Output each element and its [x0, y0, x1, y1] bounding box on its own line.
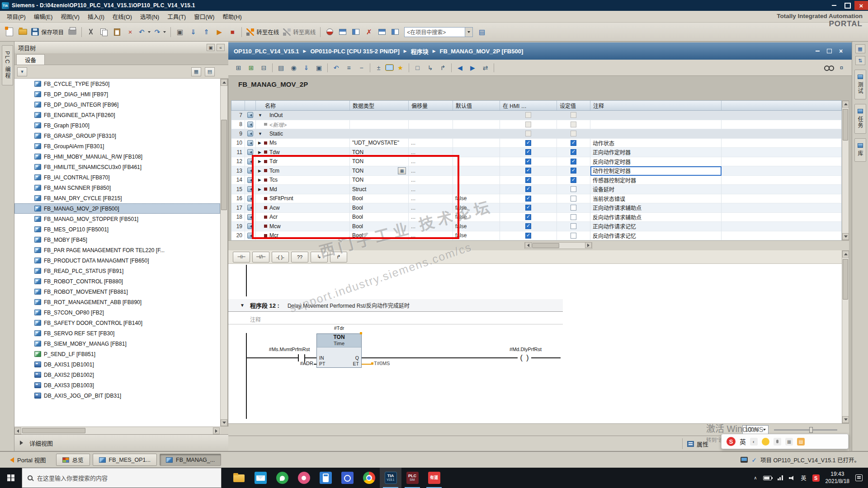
et-value[interactable]: T#0MS — [374, 361, 401, 366]
tree-item[interactable]: FB_MANAG_MOV_STOPPER [FB501] — [14, 214, 220, 224]
default-value-cell[interactable] — [453, 129, 500, 139]
scroll-down-icon[interactable] — [221, 419, 227, 426]
datatype-picker-button[interactable] — [398, 167, 406, 174]
toolbox-icon[interactable]: ▤ — [797, 438, 805, 446]
tree-item[interactable]: FB_MANAG_MOV_2P [FB500] — [14, 203, 220, 214]
show-editor-v-button[interactable] — [350, 26, 362, 38]
insert-empty-box-button[interactable]: ?? — [291, 252, 308, 263]
hmi-visible-checkbox[interactable] — [525, 205, 531, 211]
menu-item[interactable]: 在线(O) — [108, 10, 136, 23]
datatype-cell[interactable]: Bool — [350, 213, 409, 222]
sogou-logo-icon[interactable]: S — [726, 437, 736, 446]
green-app-icon[interactable] — [271, 468, 293, 488]
comment-cell[interactable]: 动作控制定时器 — [590, 166, 722, 176]
tree-item[interactable]: DB_AXIS2 [DB1002] — [14, 370, 220, 380]
split-vertical-button[interactable] — [389, 26, 401, 38]
comment-cell[interactable] — [590, 111, 722, 120]
table-row[interactable]: 15 ▶Md Struct ... 设备延时 — [231, 185, 841, 194]
project-search-input[interactable]: <在项目中搜索> — [404, 27, 473, 37]
tree-item[interactable]: FB_MOBY [FB45] — [14, 235, 220, 245]
tree-item[interactable]: DB_AXIS1 [DB1001] — [14, 359, 220, 370]
ladder-scrollbar[interactable] — [842, 250, 849, 423]
name-cell[interactable]: ▶Md — [256, 185, 350, 194]
spacer[interactable] — [497, 62, 822, 73]
skin-icon[interactable]: ◐ — [750, 438, 758, 446]
pin-panel-icon[interactable]: ▣ — [207, 44, 215, 51]
network-comment[interactable]: 注释 — [228, 314, 563, 324]
comment-cell[interactable]: 反向动作请求辅助点 — [590, 213, 722, 222]
datatype-cell[interactable]: "UDT_MOVSTATE" — [350, 139, 409, 148]
side-panel-tab[interactable]: 任务 — [854, 104, 866, 134]
name-cell[interactable]: ▶Tdr — [256, 157, 350, 167]
upload-from-device-button[interactable]: ⇑ — [200, 26, 212, 38]
reset-start-values-icon[interactable]: ↶ — [330, 62, 342, 73]
coil-icon[interactable]: ( ) — [518, 353, 532, 363]
default-value-cell[interactable]: false — [453, 203, 500, 213]
network-title[interactable]: Delay Movement Performed Rst/反向动作完成延时 — [288, 301, 410, 309]
default-value-cell[interactable] — [453, 166, 500, 176]
menu-item[interactable]: 视图(V) — [57, 10, 84, 23]
default-value-cell[interactable] — [453, 148, 500, 157]
tree-item[interactable]: FB_ROBOT_MOVEMENT [FB881] — [14, 286, 220, 297]
mic-icon[interactable] — [774, 438, 781, 446]
maximize-button[interactable] — [841, 1, 854, 10]
mail-icon[interactable] — [250, 468, 271, 488]
editor-splitter[interactable] — [228, 240, 849, 250]
separator[interactable] — [370, 63, 370, 72]
setpoint-checkbox[interactable] — [571, 112, 576, 118]
settings-icon[interactable]: ¤ — [836, 62, 847, 73]
tree-item[interactable]: FB_ENGINEE_DATA [FB260] — [14, 110, 220, 120]
setpoint-checkbox[interactable] — [571, 131, 576, 136]
name-cell[interactable]: Acw — [256, 203, 350, 213]
side-panel-tab[interactable]: 库 — [854, 138, 866, 162]
network-expander-icon[interactable]: ▼ — [240, 303, 245, 308]
editor-tab[interactable]: FB_MANAG_... — [160, 454, 221, 466]
stop-cpu-button[interactable]: ■ — [226, 26, 238, 38]
hmi-visible-checkbox[interactable] — [525, 149, 531, 155]
hmi-visible-checkbox[interactable] — [525, 168, 531, 174]
new-project-button[interactable] — [4, 26, 15, 38]
datatype-cell[interactable]: TON — [350, 166, 409, 176]
goto-prev-error-icon[interactable]: ◀ — [454, 62, 466, 73]
layout-icon[interactable]: ▦ — [855, 44, 865, 53]
table-row[interactable]: 8 <新增> — [231, 120, 841, 130]
keyboard-icon[interactable]: ▦ — [785, 438, 793, 446]
hmi-visible-checkbox[interactable] — [525, 214, 531, 220]
setpoint-checkbox[interactable] — [571, 223, 576, 229]
comment-cell[interactable]: 反向动作请求记忆 — [590, 231, 722, 241]
start-button[interactable] — [0, 468, 22, 488]
separator[interactable] — [327, 63, 328, 72]
open-branch-icon[interactable]: ↳ — [425, 62, 436, 73]
expander-icon[interactable]: ▶ — [258, 178, 264, 182]
expander-icon[interactable]: ▼ — [258, 131, 264, 136]
tree-item[interactable]: FB_HMI_MOBY_MANUAL_R/W [FB108] — [14, 151, 220, 162]
keep-actual-values-icon[interactable]: ▤ — [275, 62, 287, 73]
tree-item[interactable]: DB_AXIS_JOG_OP_BIT [DB31] — [14, 390, 220, 401]
hmi-visible-checkbox[interactable] — [525, 131, 531, 136]
devices-tab[interactable]: 设备 — [16, 54, 45, 65]
table-row[interactable]: 17 Acw Bool ... false 正向动作请求辅助点 — [231, 203, 841, 213]
diagnostics-button[interactable] — [324, 26, 335, 38]
comment-cell[interactable]: 传感器控制定时器 — [590, 176, 722, 185]
column-setpoint[interactable]: 设定值 — [557, 101, 590, 110]
expander-icon[interactable]: ▶ — [258, 141, 264, 145]
name-cell[interactable]: ▶Tdw — [256, 148, 350, 157]
volume-icon[interactable] — [789, 475, 795, 481]
tree-item[interactable]: FB_ROT_MANAGEMENT_ABB [FB890] — [14, 297, 220, 307]
cut-button[interactable] — [85, 26, 97, 38]
tree-item[interactable]: P_SEND_LF [FB851] — [14, 349, 220, 359]
tree-item[interactable]: FB_READ_PLC_STATUS [FB91] — [14, 266, 220, 276]
collapse-panel-icon[interactable]: « — [217, 44, 225, 51]
hmi-visible-checkbox[interactable] — [525, 186, 531, 192]
scroll-up-icon[interactable] — [842, 251, 849, 258]
save-project-button[interactable]: 保存项目 — [30, 26, 65, 38]
ton-timer-block[interactable]: TON Time IN Q PT ET — [316, 333, 362, 368]
scroll-right-icon[interactable] — [213, 427, 220, 434]
coil-operand[interactable]: #Md.DlyPrfRst — [497, 347, 554, 352]
tree-item[interactable]: FB_SIEM_MOBY_MANAG [FB81] — [14, 338, 220, 349]
pt-operand[interactable]: #ADR — [274, 361, 313, 366]
scroll-up-icon[interactable] — [221, 79, 227, 86]
table-row[interactable]: 9 ▼Static — [231, 129, 841, 139]
breadcrumb-project[interactable]: OP110_PLC_V14_V15.1 — [234, 48, 299, 55]
expander-icon[interactable]: ▶ — [258, 159, 264, 164]
